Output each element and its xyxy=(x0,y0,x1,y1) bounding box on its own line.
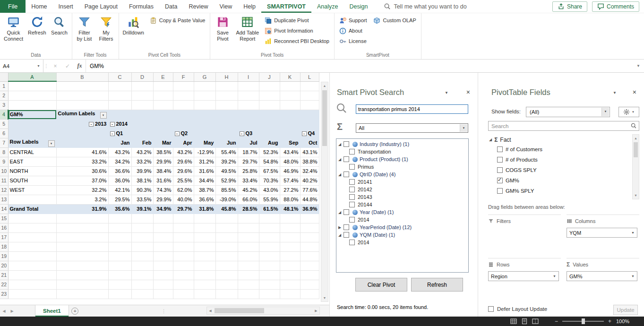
cell-b7[interactable] xyxy=(56,138,108,147)
new-sheet-button[interactable]: + xyxy=(69,305,81,317)
cell-k9[interactable]: 48.0% xyxy=(280,157,300,166)
cell-l19[interactable] xyxy=(300,251,319,261)
collapse-toggle-icon[interactable]: - xyxy=(240,131,244,136)
cell-h6[interactable] xyxy=(215,129,238,138)
cell-h22[interactable] xyxy=(215,280,238,289)
scroll-up-icon[interactable]: ▲ xyxy=(633,135,639,142)
drilldown-button[interactable]: Drilldown xyxy=(120,14,146,50)
cell-f7[interactable]: Apr xyxy=(173,138,194,147)
cell-l14[interactable]: 36.9% xyxy=(300,204,319,214)
collapse-arrow-icon[interactable]: ◢ xyxy=(338,142,343,146)
cell-k18[interactable] xyxy=(280,242,300,251)
checkbox[interactable] xyxy=(497,157,503,163)
cell-d5[interactable] xyxy=(131,119,153,129)
cell-h5[interactable] xyxy=(215,119,238,129)
cell-j18[interactable] xyxy=(259,242,280,251)
cell-k4[interactable] xyxy=(280,110,300,119)
cell-d3[interactable] xyxy=(131,100,153,110)
row-header-13[interactable]: 13 xyxy=(0,195,8,204)
cell-c10[interactable]: 36.6% xyxy=(108,166,131,176)
field-item-cogs-sply[interactable]: COGS SPLY xyxy=(489,165,639,175)
copy-paste-value-button[interactable]: Copy & Paste Value xyxy=(147,16,208,25)
cell-d10[interactable]: 39.9% xyxy=(131,166,153,176)
column-header-f[interactable]: F xyxy=(173,73,194,81)
cell-d14[interactable]: 39.1% xyxy=(131,204,153,214)
cell-b19[interactable] xyxy=(56,251,108,261)
cell-i2[interactable] xyxy=(238,91,259,100)
cell-e10[interactable]: 38.4% xyxy=(153,166,173,176)
cell-c19[interactable] xyxy=(108,251,131,261)
tree-item-2014[interactable]: 2014 xyxy=(336,239,468,246)
cell-e21[interactable] xyxy=(153,270,173,280)
fields-group-fact[interactable]: ◢ΣFact xyxy=(489,135,639,144)
cell-j12[interactable]: 43.0% xyxy=(259,185,280,195)
cell-c3[interactable] xyxy=(108,100,131,110)
normal-view-icon[interactable] xyxy=(510,318,517,325)
cell-d8[interactable]: 43.2% xyxy=(131,147,153,157)
cell-l20[interactable] xyxy=(300,261,319,270)
cell-i19[interactable] xyxy=(238,251,259,261)
collapse-toggle-icon[interactable]: - xyxy=(110,131,115,136)
cell-f10[interactable]: 29.6% xyxy=(173,166,194,176)
cell-h8[interactable]: 55.4% xyxy=(215,147,238,157)
cell-b1[interactable] xyxy=(56,81,108,91)
pane-options-chevron-icon[interactable]: ▼ xyxy=(445,91,448,95)
expand-arrow-icon[interactable]: ▶ xyxy=(338,225,343,230)
cell-c11[interactable]: 36.0% xyxy=(108,176,131,185)
cell-f14[interactable]: 29.7% xyxy=(173,204,194,214)
cell-i15[interactable] xyxy=(238,214,259,223)
cell-d1[interactable] xyxy=(131,81,153,91)
collapse-arrow-icon[interactable]: ◢ xyxy=(338,233,343,237)
cell-c23[interactable] xyxy=(108,289,131,299)
cell-e19[interactable] xyxy=(153,251,173,261)
cell-a1[interactable] xyxy=(8,81,56,91)
checkbox[interactable] xyxy=(349,194,355,200)
cell-a12[interactable]: WEST xyxy=(8,185,56,195)
sheet-nav-right-icon[interactable]: ▶ xyxy=(8,305,16,317)
checkbox[interactable] xyxy=(349,187,355,192)
cell-k19[interactable] xyxy=(280,251,300,261)
cell-k15[interactable] xyxy=(280,214,300,223)
cell-l17[interactable] xyxy=(300,232,319,242)
cell-a7[interactable]: ▼Row Labels xyxy=(8,138,56,147)
cell-i6[interactable]: -Q3 xyxy=(238,129,259,138)
cell-e8[interactable]: 38.5% xyxy=(153,147,173,157)
cell-d13[interactable]: 33.5% xyxy=(131,195,153,204)
cell-b11[interactable]: 37.0% xyxy=(56,176,108,185)
cell-i18[interactable] xyxy=(238,242,259,251)
cell-j8[interactable]: 52.3% xyxy=(259,147,280,157)
row-header-18[interactable]: 18 xyxy=(0,242,8,251)
cell-b20[interactable] xyxy=(56,261,108,270)
cell-a5[interactable] xyxy=(8,119,56,129)
cell-b3[interactable] xyxy=(56,100,108,110)
cell-j2[interactable] xyxy=(259,91,280,100)
row-header-14[interactable]: 14 xyxy=(0,204,8,214)
cell-b8[interactable]: 41.6% xyxy=(56,147,108,157)
cell-h18[interactable] xyxy=(215,242,238,251)
cell-f20[interactable] xyxy=(173,261,194,270)
cell-b23[interactable] xyxy=(56,289,108,299)
cell-f1[interactable] xyxy=(173,81,194,91)
cell-l8[interactable]: 43.1% xyxy=(300,147,319,157)
cell-f23[interactable] xyxy=(173,289,194,299)
zoom-in-icon[interactable]: + xyxy=(608,318,611,325)
cell-g17[interactable] xyxy=(194,232,215,242)
cell-a18[interactable] xyxy=(8,242,56,251)
enter-icon[interactable]: ✓ xyxy=(61,60,74,72)
cell-g13[interactable]: 36.6% xyxy=(194,195,215,204)
column-header-e[interactable]: E xyxy=(153,73,173,81)
cell-b13[interactable]: 3.2% xyxy=(56,195,108,204)
tree-node-yearperiod-date-12[interactable]: ▶YearPeriod (Date) (12) xyxy=(336,223,468,231)
share-button[interactable]: Share xyxy=(552,1,587,12)
cell-e9[interactable]: 29.9% xyxy=(153,157,173,166)
cell-a17[interactable] xyxy=(8,232,56,242)
cell-j22[interactable] xyxy=(259,280,280,289)
cell-e18[interactable] xyxy=(153,242,173,251)
cell-a14[interactable]: Grand Total xyxy=(8,204,56,214)
cell-j14[interactable]: 61.5% xyxy=(259,204,280,214)
cell-e14[interactable]: 34.9% xyxy=(153,204,173,214)
cell-l10[interactable]: 32.4% xyxy=(300,166,319,176)
page-break-view-icon[interactable] xyxy=(532,318,539,325)
cell-b15[interactable] xyxy=(56,214,108,223)
cell-d23[interactable] xyxy=(131,289,153,299)
